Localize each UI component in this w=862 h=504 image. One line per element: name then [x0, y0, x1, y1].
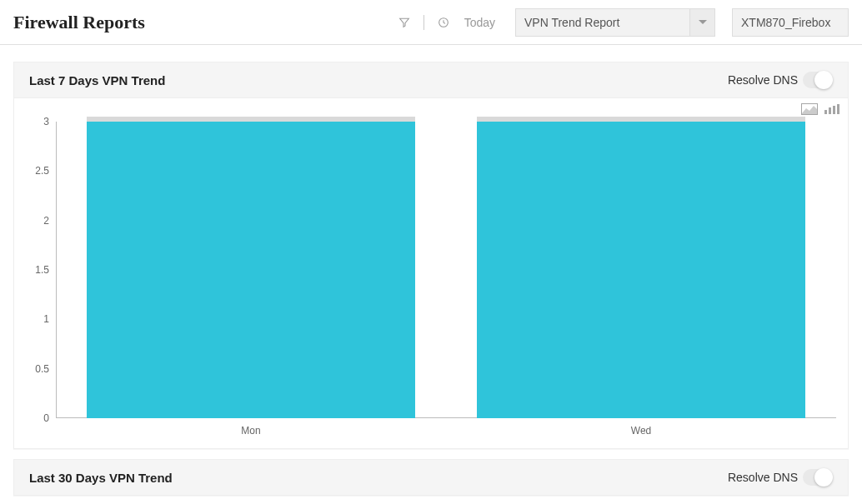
chevron-down-icon [699, 20, 707, 25]
page-title: Firewall Reports [13, 12, 145, 33]
panel-7day: Last 7 Days VPN Trend Resolve DNS [13, 62, 849, 449]
header-controls: Today VPN Trend Report XTM870_Firebox [395, 8, 849, 37]
panel-30day-title: Last 30 Days VPN Trend [29, 471, 173, 485]
y-tick-label: 0 [43, 412, 49, 424]
filter-icon[interactable] [395, 13, 413, 32]
chart-x-axis: MonWed [56, 423, 836, 440]
y-tick-label: 1 [43, 313, 49, 325]
chart-plot-area [56, 122, 836, 418]
x-tick-label: Wed [631, 425, 651, 437]
panel-7day-title: Last 7 Days VPN Trend [29, 73, 165, 87]
report-select[interactable]: VPN Trend Report [515, 8, 715, 37]
panel-30day: Last 30 Days VPN Trend Resolve DNS [13, 459, 849, 496]
y-axis-line [56, 122, 57, 418]
top-header: Firewall Reports Today VPN Trend Report [0, 0, 862, 45]
x-tick-label: Mon [241, 425, 260, 437]
y-tick-label: 1.5 [35, 264, 49, 276]
device-select-value: XTM870_Firebox [741, 16, 830, 29]
resolve-dns-label: Resolve DNS [728, 73, 798, 87]
report-select-caret[interactable] [690, 8, 715, 37]
separator [423, 15, 424, 30]
panel-7day-body: 00.511.522.53 MonWed [13, 98, 849, 449]
report-select-text[interactable]: VPN Trend Report [515, 8, 690, 37]
report-select-value: VPN Trend Report [524, 16, 619, 29]
chart-bar[interactable] [477, 122, 804, 418]
y-tick-label: 0.5 [35, 363, 49, 375]
device-select[interactable]: XTM870_Firebox [732, 8, 849, 37]
clock-icon[interactable] [434, 13, 453, 32]
chart-y-axis: 00.511.522.53 [14, 122, 56, 418]
y-tick-label: 3 [43, 116, 49, 127]
panel-7day-header: Last 7 Days VPN Trend Resolve DNS [13, 62, 849, 98]
resolve-dns-toggle[interactable] [803, 469, 833, 486]
resolve-dns-label: Resolve DNS [728, 471, 798, 484]
chart-bar-cap [87, 117, 414, 122]
date-range-label[interactable]: Today [464, 16, 495, 29]
chart-bar-cap [477, 117, 804, 122]
resolve-dns-toggle[interactable] [803, 72, 833, 88]
y-tick-label: 2 [43, 215, 49, 227]
y-tick-label: 2.5 [35, 165, 49, 177]
chart-bar[interactable] [87, 122, 414, 418]
panel-30day-header: Last 30 Days VPN Trend Resolve DNS [13, 459, 849, 496]
chart-7day: 00.511.522.53 MonWed [14, 98, 848, 448]
